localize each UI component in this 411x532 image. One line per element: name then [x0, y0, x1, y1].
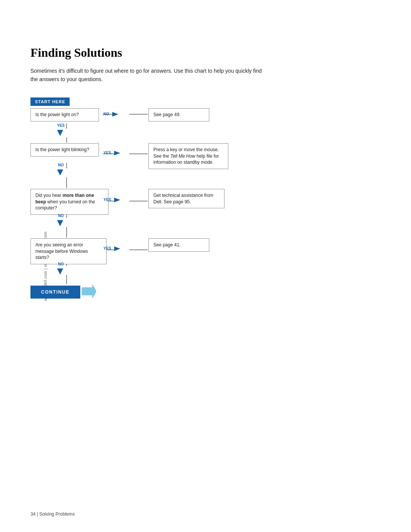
answer-4-text: See page 41.: [148, 238, 209, 252]
svg-marker-19: [57, 169, 63, 176]
q1-no-connector: NO: [104, 109, 122, 120]
q1-yes-arrow: [56, 128, 66, 140]
question-3-text: Did you hear more than one beep when you…: [30, 189, 108, 215]
q4-no-arrow: [56, 266, 66, 278]
q3-no-label: NO: [58, 214, 64, 218]
q2-no-arrow: [56, 167, 66, 179]
intro-paragraph: Sometimes it's difficult to figure out w…: [30, 67, 266, 84]
q4-yes-label: YES: [104, 246, 111, 251]
q4-no-label: NO: [58, 262, 64, 266]
question-4-box: Are you seeing an error message before W…: [30, 238, 107, 264]
question-1-box: Is the power light on?: [30, 108, 99, 121]
continue-button[interactable]: CONTINUE: [30, 286, 80, 299]
q3-no-arrow: [56, 218, 66, 230]
answer-2-text: Press a key or move the mouse. See the T…: [148, 143, 228, 169]
answer-1-box: See page 49.: [148, 108, 209, 121]
q1-yes-label: YES: [57, 123, 65, 128]
q2-yes-connector: YES: [104, 148, 124, 158]
svg-marker-23: [57, 268, 63, 275]
footer-text: 34 | Solving Problems: [30, 511, 75, 517]
footer: 34 | Solving Problems: [30, 511, 75, 517]
svg-marker-20: [114, 198, 120, 202]
q4-yes-connector: YES: [104, 243, 124, 254]
q3-yes-arrow: [112, 195, 124, 205]
answer-3-box: Get technical assistance from Dell. See …: [148, 189, 225, 209]
question-2-text: Is the power light blinking?: [30, 143, 99, 157]
q2-yes-arrow: [112, 148, 124, 158]
svg-marker-21: [57, 220, 63, 226]
question-1-text: Is the power light on?: [30, 108, 99, 121]
page-title: Finding Solutions: [30, 46, 365, 60]
question-4-text: Are you seeing an error message before W…: [30, 238, 107, 264]
start-here-label: START HERE: [30, 97, 70, 106]
q3-no-connector: NO: [56, 214, 66, 230]
q4-yes-arrow: [112, 243, 124, 254]
q4-no-connector: NO: [56, 262, 66, 278]
answer-4-box: See page 41.: [148, 238, 209, 252]
continue-row: CONTINUE: [30, 284, 96, 299]
q1-no-label: NO: [104, 112, 109, 116]
answer-1-text: See page 49.: [148, 108, 209, 121]
q1-yes-connector: YES: [56, 123, 66, 140]
q3-yes-connector: YES: [104, 195, 124, 205]
flowchart: START HERE Is the power light on? NO See…: [30, 97, 244, 334]
svg-marker-18: [114, 151, 120, 155]
continue-wrapper: CONTINUE: [30, 284, 96, 299]
page: www.jp.dell.com | support.jp.dell.com Fi…: [0, 0, 411, 532]
answer-3-text: Get technical assistance from Dell. See …: [148, 189, 225, 209]
continue-arrow-icon: [81, 284, 96, 298]
svg-marker-17: [57, 130, 63, 136]
question-3-box: Did you hear more than one beep when you…: [30, 189, 108, 215]
q2-yes-label: YES: [104, 151, 111, 155]
q3-yes-label: YES: [104, 198, 111, 202]
q2-no-connector: NO: [56, 163, 66, 179]
answer-2-box: Press a key or move the mouse. See the T…: [148, 143, 228, 169]
question-2-box: Is the power light blinking?: [30, 143, 99, 157]
start-here-banner: START HERE: [30, 97, 70, 106]
q2-no-label: NO: [58, 163, 64, 167]
svg-marker-22: [114, 246, 120, 251]
main-content: Finding Solutions Sometimes it's difficu…: [30, 46, 365, 334]
svg-marker-24: [82, 284, 96, 298]
q1-no-arrow: [110, 109, 122, 120]
svg-marker-16: [112, 112, 118, 117]
